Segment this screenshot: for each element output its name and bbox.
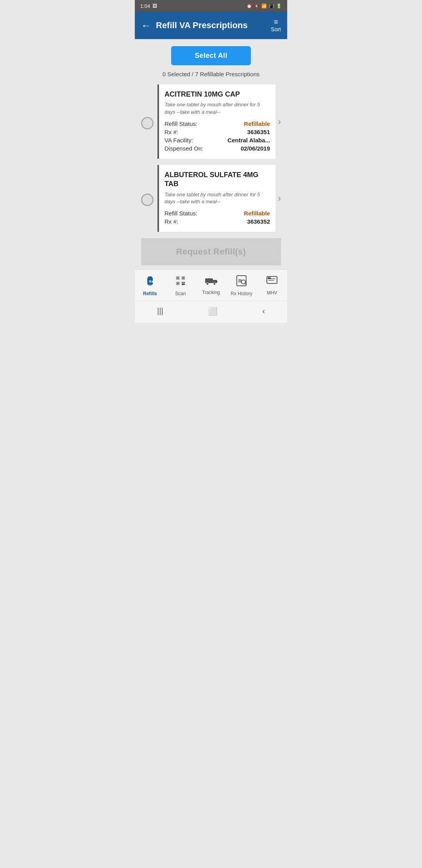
va-facility-value-1: Central Alaba... — [227, 137, 270, 143]
rx-refill-status-value-1: Refillable — [244, 120, 270, 127]
rx-refill-status-label-2: Refill Status: — [165, 210, 197, 217]
svg-point-19 — [206, 283, 209, 285]
dispensed-on-row-1: Dispensed On: 02/06/2019 — [165, 145, 270, 152]
svg-rect-6 — [177, 277, 179, 279]
request-refill-button[interactable]: Request Refill(s) — [176, 247, 246, 257]
nav-label-scan: Scan — [175, 291, 186, 296]
rx-refill-status-value-2: Refillable — [244, 210, 270, 217]
nav-item-refills[interactable]: Rx Refills — [135, 275, 165, 296]
svg-point-24 — [242, 280, 245, 283]
main-content: Select All 0 Selected / 7 Refillable Pre… — [135, 39, 287, 269]
nav-label-mhv: MHV — [267, 290, 277, 296]
status-time: 1:04 — [140, 3, 150, 9]
rx-radio-col-1 — [141, 84, 157, 159]
sort-button[interactable]: ≡ Sort — [271, 18, 281, 32]
svg-rect-14 — [183, 282, 185, 283]
page-title: Refill VA Prescriptions — [156, 20, 271, 30]
wifi-icon: 📶 — [261, 4, 267, 9]
svg-rect-12 — [177, 283, 179, 284]
nav-item-mhv[interactable]: MHV — [257, 276, 287, 296]
battery-icon: 🔋 — [276, 4, 282, 9]
rx-chevron-1[interactable]: › — [278, 116, 281, 127]
rx-card-wrapper-1: ACITRETIN 10MG CAP Take one tablet by mo… — [141, 84, 281, 159]
rx-card-2: ALBUTEROL SULFATE 4MG TAB Take one table… — [157, 165, 275, 232]
tracking-icon — [204, 276, 218, 288]
back-button[interactable]: ← — [141, 20, 151, 30]
rx-number-value-1: 3636351 — [247, 129, 270, 135]
dispensed-on-label-1: Dispensed On: — [165, 145, 203, 152]
header: ← Refill VA Prescriptions ≡ Sort — [135, 12, 287, 39]
rx-refill-status-row-2: Refill Status: Refillable — [165, 210, 270, 217]
svg-line-25 — [245, 283, 246, 284]
rx-number-label-1: Rx #: — [165, 129, 178, 135]
signal-icon: 📳 — [269, 4, 274, 9]
rx-chevron-col-2: › — [275, 165, 281, 232]
rx-card-1: ACITRETIN 10MG CAP Take one tablet by mo… — [157, 84, 275, 159]
svg-rect-30 — [268, 277, 271, 279]
svg-rect-13 — [182, 282, 183, 283]
alarm-icon: ⏰ — [247, 4, 252, 9]
nav-item-tracking[interactable]: Tracking — [196, 276, 226, 295]
rx-card-wrapper-2: ALBUTEROL SULFATE 4MG TAB Take one table… — [141, 165, 281, 232]
system-nav-home[interactable]: ⬜ — [200, 305, 225, 317]
photo-icon: 🖼 — [152, 3, 157, 9]
select-all-container: Select All — [141, 46, 281, 65]
nav-label-refills: Refills — [143, 291, 157, 296]
rx-name-2: ALBUTEROL SULFATE 4MG TAB — [165, 170, 270, 189]
refill-footer: Request Refill(s) — [141, 238, 281, 265]
rx-name-1: ACITRETIN 10MG CAP — [165, 90, 270, 99]
selection-count: 0 Selected / 7 Refillable Prescriptions — [141, 71, 281, 77]
sort-label: Sort — [271, 26, 281, 32]
svg-text:Rx: Rx — [149, 280, 154, 283]
rxhistory-icon: Rx — [236, 275, 247, 289]
svg-rect-15 — [182, 283, 185, 285]
rx-instructions-2: Take one tablet by mouth after dinner fo… — [165, 191, 270, 205]
va-facility-label-1: VA Facility: — [165, 137, 193, 143]
mute-icon: 🔇 — [254, 4, 259, 9]
rx-number-label-2: Rx #: — [165, 218, 178, 225]
rx-radio-col-2 — [141, 165, 157, 232]
bottom-nav: Rx Refills Scan — [135, 269, 287, 301]
refills-icon: Rx — [144, 275, 156, 289]
rx-number-row-1: Rx #: 3636351 — [165, 129, 270, 135]
rx-chevron-col-1: › — [275, 84, 281, 159]
select-all-button[interactable]: Select All — [171, 46, 250, 65]
system-nav-back[interactable]: ‹ — [254, 305, 273, 317]
rx-radio-2[interactable] — [141, 194, 154, 206]
rx-number-row-2: Rx #: 3636352 — [165, 218, 270, 225]
va-facility-row-1: VA Facility: Central Alaba... — [165, 137, 270, 143]
scan-icon — [175, 275, 186, 289]
svg-rect-9 — [182, 277, 184, 279]
rx-chevron-2[interactable]: › — [278, 193, 281, 204]
rx-radio-1[interactable] — [141, 117, 154, 129]
svg-point-20 — [213, 283, 216, 285]
system-nav-menu[interactable]: ||| — [149, 305, 171, 317]
rx-refill-status-label-1: Refill Status: — [165, 120, 197, 127]
nav-label-tracking: Tracking — [202, 290, 220, 295]
rx-instructions-1: Take one tablet by mouth after dinner fo… — [165, 101, 270, 115]
sort-icon: ≡ — [274, 18, 278, 25]
rx-number-value-2: 3636352 — [247, 218, 270, 225]
svg-point-3 — [148, 284, 152, 286]
dispensed-on-value-1: 02/06/2019 — [241, 145, 270, 152]
rx-refill-status-row-1: Refill Status: Refillable — [165, 120, 270, 127]
nav-item-rxhistory[interactable]: Rx Rx History — [226, 275, 257, 296]
mhv-icon — [266, 276, 278, 289]
system-nav: ||| ⬜ ‹ — [135, 301, 287, 323]
status-bar: 1:04 🖼 ⏰ 🔇 📶 📳 🔋 — [135, 0, 287, 12]
nav-label-rxhistory: Rx History — [231, 291, 252, 296]
svg-rect-16 — [205, 278, 213, 283]
nav-item-scan[interactable]: Scan — [165, 275, 196, 296]
